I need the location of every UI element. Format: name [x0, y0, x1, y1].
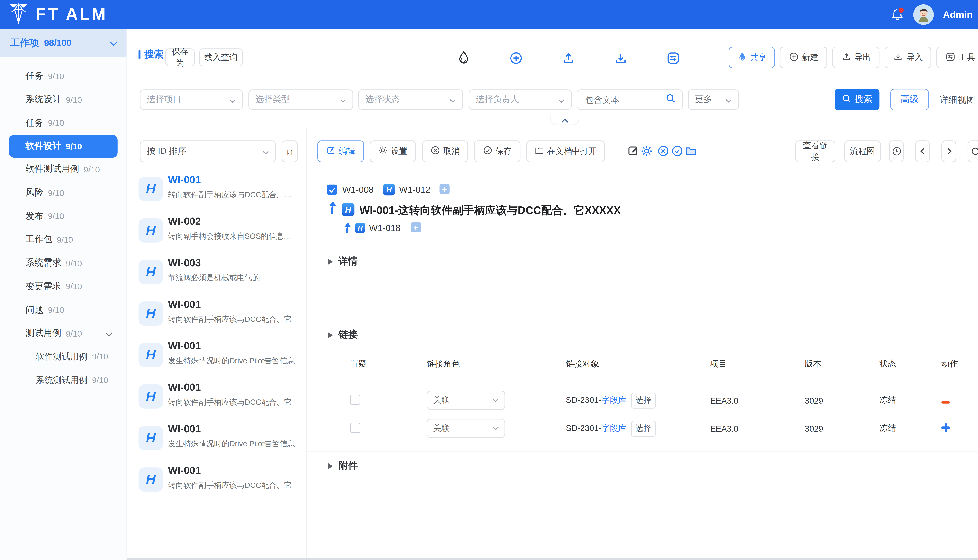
- list-item[interactable]: H WI-001 转向软件副手柄应该与DCC配合。它: [127, 380, 306, 422]
- collapse-filters-tab[interactable]: [550, 115, 579, 125]
- list-item[interactable]: H WI-001 发生特殊情况时的Drive Pilot告警信息: [127, 422, 306, 463]
- previous-item-button[interactable]: [915, 140, 930, 162]
- view-links-button[interactable]: 查看链接: [795, 140, 835, 162]
- work-item-id[interactable]: WI-001: [168, 340, 201, 352]
- import-button[interactable]: 导入: [885, 47, 931, 68]
- next-item-button[interactable]: [941, 140, 956, 162]
- list-item[interactable]: H WI-001 转向软件副手柄应该与DCC配合。它: [127, 463, 306, 505]
- baseline-drop-icon[interactable]: [457, 50, 471, 68]
- add-link-icon[interactable]: +: [439, 184, 450, 194]
- work-item-id[interactable]: WI-001: [168, 382, 201, 393]
- edit-button[interactable]: 编辑: [317, 140, 364, 162]
- list-item[interactable]: H WI-001 发生特殊情况时的Drive Pilot告警信息: [127, 339, 306, 380]
- sidebar-item-system-requirement[interactable]: 系统需求9/10: [0, 252, 127, 275]
- link-target-link[interactable]: 字段库: [601, 423, 626, 433]
- work-item-id[interactable]: WI-001: [168, 299, 201, 310]
- save-as-button[interactable]: 保存为: [165, 48, 195, 66]
- download-icon[interactable]: [614, 51, 628, 68]
- export-button[interactable]: 导出: [832, 47, 880, 68]
- work-item-id[interactable]: WI-001: [168, 465, 201, 476]
- section-attachments[interactable]: 附件: [328, 460, 357, 472]
- check-circle-icon[interactable]: [671, 145, 683, 160]
- load-query-button[interactable]: 载入查询: [199, 48, 243, 66]
- sidebar-header[interactable]: 工作项 98/100: [0, 29, 127, 57]
- user-name[interactable]: Admin: [943, 9, 973, 20]
- selected-item-id[interactable]: W1-008: [342, 185, 374, 195]
- section-details[interactable]: 详情: [328, 255, 357, 267]
- search-icon[interactable]: [666, 93, 676, 106]
- bottom-scrollbar[interactable]: [127, 558, 978, 560]
- tools-button[interactable]: 工具: [936, 47, 978, 68]
- detail-view-select[interactable]: 详细视图: [940, 95, 978, 106]
- filter-status-select[interactable]: 选择状态: [358, 89, 463, 110]
- sidebar-item-change-request[interactable]: 变更需求9/10: [0, 275, 127, 298]
- sort-select[interactable]: 按 ID 排序: [140, 140, 276, 162]
- row-checkbox[interactable]: [350, 394, 360, 404]
- sidebar-item-software-test-case[interactable]: 软件测试用例9/10: [0, 158, 127, 181]
- list-item[interactable]: H WI-001 转向软件副手柄应该与DCC配合。它...: [127, 173, 306, 215]
- child-item-id[interactable]: W1-018: [369, 223, 401, 233]
- work-item-id[interactable]: WI-001: [168, 174, 201, 186]
- gear-icon[interactable]: [641, 145, 653, 160]
- save-button[interactable]: 保存: [474, 140, 521, 162]
- edit-pencil-icon[interactable]: [627, 145, 639, 160]
- sidebar-item-work-package[interactable]: 工作包9/10: [0, 228, 127, 252]
- sidebar-item-system-test-case-child[interactable]: 系统测试用例9/10: [0, 368, 127, 392]
- linked-item-id[interactable]: W1-012: [399, 185, 431, 195]
- upload-icon[interactable]: [561, 51, 576, 68]
- link-role-select[interactable]: 关联: [427, 419, 505, 438]
- add-link-icon[interactable]: +: [411, 222, 421, 232]
- sidebar-item-release[interactable]: 发布9/10: [0, 205, 127, 228]
- settings-sliders-icon[interactable]: [666, 51, 680, 68]
- list-item[interactable]: H WI-001 转向软件副手柄应该与DCC配合。它: [127, 298, 306, 339]
- work-item-id[interactable]: WI-003: [168, 257, 201, 269]
- filter-more-select[interactable]: 更多: [688, 89, 739, 110]
- settings-button[interactable]: 设置: [370, 140, 416, 162]
- flowchart-button[interactable]: 流程图: [844, 140, 881, 162]
- sidebar-item-software-test-case-child[interactable]: 软件测试用例9/10: [0, 345, 127, 368]
- x-circle-icon[interactable]: [657, 145, 669, 160]
- filter-project-select[interactable]: 选择项目: [140, 89, 243, 110]
- filter-type-select[interactable]: 选择类型: [249, 89, 353, 110]
- sidebar-item-system-design[interactable]: 系统设计9/10: [0, 88, 127, 112]
- row-checkbox[interactable]: [350, 422, 360, 433]
- item-checkbox[interactable]: [327, 185, 337, 195]
- sidebar-item-risk[interactable]: 风险9/10: [0, 181, 127, 205]
- sidebar-item-task-2[interactable]: 任务9/10: [0, 111, 127, 135]
- create-button[interactable]: 新建: [780, 47, 827, 68]
- cancel-button[interactable]: 取消: [422, 140, 468, 162]
- sidebar-item-task-1[interactable]: 任务9/10: [0, 65, 127, 88]
- work-item-id[interactable]: WI-002: [168, 216, 201, 227]
- choose-button[interactable]: 选择: [631, 392, 656, 408]
- link-target-link[interactable]: 字段库: [601, 395, 626, 405]
- filter-owner-select[interactable]: 选择负责人: [469, 89, 572, 110]
- contains-text-input[interactable]: [584, 94, 656, 105]
- open-in-document-button[interactable]: 在文档中打开: [526, 140, 605, 162]
- sidebar-item-software-design-selected[interactable]: 软件设计9/10: [9, 135, 118, 158]
- sort-direction-button[interactable]: ↓↑: [282, 140, 298, 162]
- folder-icon[interactable]: [684, 145, 697, 160]
- search-button[interactable]: 搜索: [835, 89, 880, 110]
- section-links[interactable]: 链接: [328, 329, 357, 341]
- advanced-button[interactable]: 高级: [890, 89, 929, 110]
- remove-link-icon[interactable]: [941, 401, 950, 403]
- history-clock-button[interactable]: [889, 140, 904, 162]
- sidebar-item-test-case[interactable]: 测试用例9/10: [0, 322, 127, 345]
- list-item[interactable]: H WI-002 转向副手柄会接收来自SOS的信息...: [127, 215, 306, 256]
- chevron-down-icon[interactable]: [110, 37, 118, 48]
- up-level-arrow-icon[interactable]: [342, 222, 352, 237]
- work-item-id[interactable]: WI-001: [168, 423, 201, 435]
- add-link-icon[interactable]: [941, 423, 950, 432]
- choose-button[interactable]: 选择: [631, 420, 656, 437]
- avatar[interactable]: [913, 4, 934, 25]
- list-item[interactable]: H WI-003 节流阀必须是机械或电气的: [127, 256, 306, 297]
- link-role-select[interactable]: 关联: [427, 391, 505, 410]
- add-circle-icon[interactable]: [509, 51, 523, 68]
- notifications-bell-icon[interactable]: [891, 7, 905, 22]
- filter-text-field[interactable]: [577, 89, 683, 110]
- sidebar-item-issue[interactable]: 问题9/10: [0, 298, 127, 322]
- up-level-arrow-icon[interactable]: [327, 200, 338, 218]
- chevron-down-icon[interactable]: [105, 328, 112, 339]
- share-button[interactable]: 共享: [729, 47, 775, 68]
- refresh-button[interactable]: [968, 140, 978, 162]
